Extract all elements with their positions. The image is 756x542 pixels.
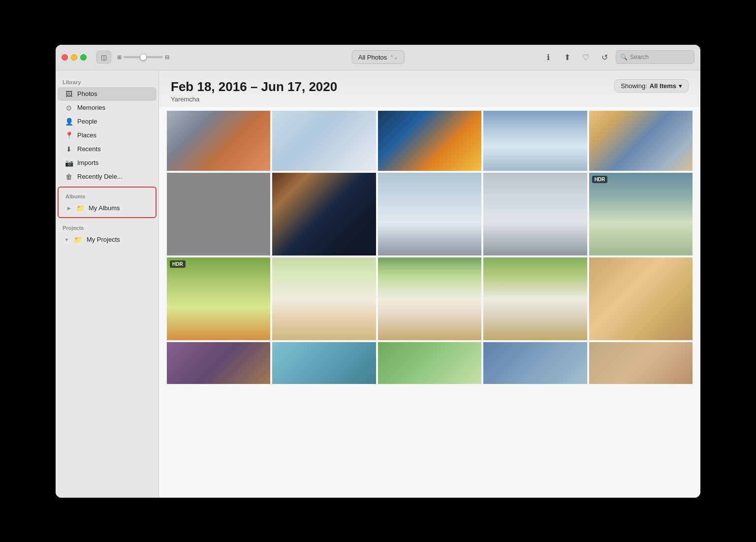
share-button[interactable]: ⬆ [560,51,574,64]
zoom-slider[interactable] [124,56,163,58]
sidebar-item-my-albums[interactable]: ▶ 📁 My Albums [61,201,154,215]
places-icon: 📍 [64,131,73,140]
hdr-badge: HDR [592,176,608,183]
photo-item[interactable] [378,111,481,171]
view-dropdown[interactable]: All Photos ⌃⌄ [352,50,405,64]
sidebar-toggle-icon: ◫ [101,54,107,61]
album-icon: 📁 [76,204,85,213]
traffic-lights [62,54,87,61]
photo-item[interactable] [272,111,376,171]
sidebar-item-my-projects-label: My Projects [87,236,120,243]
fullscreen-button[interactable] [80,54,87,61]
heart-icon: ♡ [582,53,589,62]
main-area: Library 🖼 Photos ⊙ Memories 👤 People 📍 P… [56,70,700,498]
showing-chevron-icon: ▾ [679,82,682,90]
memories-icon: ⊙ [64,103,73,112]
photo-item[interactable] [589,342,693,384]
sidebar-item-my-projects[interactable]: ▼ 📁 My Projects [58,233,157,247]
photo-item[interactable] [272,257,376,340]
expand-arrow-icon: ▶ [67,206,71,211]
people-icon: 👤 [64,117,73,126]
photo-item[interactable] [378,257,481,340]
search-icon: 🔍 [620,54,628,61]
sidebar-item-my-albums-label: My Albums [89,204,120,212]
dropdown-label: All Photos [358,54,387,61]
rotate-button[interactable]: ↺ [597,51,612,64]
rotate-icon: ↺ [601,53,608,62]
minimize-button[interactable] [71,54,77,61]
trash-icon: 🗑 [64,172,73,181]
sidebar-item-photos-label: Photos [77,90,97,97]
info-button[interactable]: ℹ [541,51,556,64]
sidebar-item-recents[interactable]: ⬇ Recents [58,142,157,156]
sidebar-item-memories-label: Memories [77,104,105,111]
date-range: Feb 18, 2016 – Jun 17, 2020 [171,79,337,95]
title-bar: ◫ ⊞ ⊟ All Photos ⌃⌄ ℹ ⬆ [56,45,700,70]
content-area: Feb 18, 2016 – Jun 17, 2020 Yaremcha Sho… [159,70,700,498]
sidebar-item-recents-label: Recents [77,145,101,153]
photo-row-2: HDR [167,173,693,255]
sidebar-item-places-label: Places [77,131,96,139]
sidebar: Library 🖼 Photos ⊙ Memories 👤 People 📍 P… [56,70,159,498]
photo-row-4 [167,342,693,384]
photo-item[interactable] [483,257,587,340]
close-button[interactable] [62,54,68,61]
photo-item[interactable] [378,173,481,255]
projects-section-label: Projects [56,221,158,233]
info-icon: ℹ [547,53,550,62]
photo-item[interactable] [378,342,481,384]
albums-section: Albums ▶ 📁 My Albums [58,187,157,218]
hdr-badge: HDR [170,260,186,268]
photo-item[interactable] [589,257,693,340]
location-label: Yaremcha [171,96,337,103]
library-section-label: Library [56,75,158,87]
photo-item[interactable] [272,342,376,384]
sidebar-item-people[interactable]: 👤 People [58,115,157,128]
photo-item[interactable] [589,111,693,171]
showing-filter-button[interactable]: Showing: All Items ▾ [614,79,689,93]
projects-icon: 📁 [74,235,83,244]
photo-item[interactable]: HDR [167,257,270,340]
sidebar-item-recently-deleted[interactable]: 🗑 Recently Dele... [58,170,157,184]
favorite-button[interactable]: ♡ [578,51,593,64]
toolbar-left: ◫ ⊞ ⊟ [96,51,169,64]
sidebar-item-imports[interactable]: 📷 Imports [58,156,157,170]
imports-icon: 📷 [64,159,73,167]
sidebar-item-photos[interactable]: 🖼 Photos [58,87,157,101]
photo-row-3: HDR [167,257,693,340]
search-input[interactable] [630,54,690,61]
app-window: ◫ ⊞ ⊟ All Photos ⌃⌄ ℹ ⬆ [56,45,700,498]
showing-label: Showing: [621,82,647,90]
sidebar-toggle-button[interactable]: ◫ [96,51,111,64]
photos-icon: 🖼 [64,90,73,98]
photo-item[interactable] [167,111,270,171]
title-center: All Photos ⌃⌄ [352,50,405,64]
photo-item[interactable] [167,173,270,255]
photo-row-1 [167,111,693,171]
sidebar-item-people-label: People [77,118,97,125]
photo-item[interactable] [272,173,376,255]
albums-section-label: Albums [59,190,156,201]
sidebar-item-imports-label: Imports [77,159,98,166]
zoom-thumb[interactable] [140,54,147,61]
photo-item[interactable]: HDR [589,173,693,255]
search-box[interactable]: 🔍 [616,50,694,64]
photo-item[interactable] [483,111,587,171]
recents-icon: ⬇ [64,145,73,154]
showing-value: All Items [650,82,676,90]
sidebar-item-places[interactable]: 📍 Places [58,128,157,142]
chevron-up-down-icon: ⌃⌄ [390,55,398,60]
sidebar-item-recently-deleted-label: Recently Dele... [77,173,123,180]
title-actions: ℹ ⬆ ♡ ↺ 🔍 [541,50,694,64]
zoom-slider-container: ⊞ ⊟ [117,54,169,61]
zoom-large-icon: ⊟ [165,54,169,61]
header-left: Feb 18, 2016 – Jun 17, 2020 Yaremcha [171,79,337,103]
content-header: Feb 18, 2016 – Jun 17, 2020 Yaremcha Sho… [159,70,700,107]
photo-item[interactable] [167,342,270,384]
photo-item[interactable] [483,342,587,384]
share-icon: ⬆ [564,53,570,62]
zoom-small-icon: ⊞ [117,54,122,61]
sidebar-item-memories[interactable]: ⊙ Memories [58,101,157,115]
photo-item[interactable] [483,173,587,255]
expand-down-arrow-icon: ▼ [64,237,69,242]
